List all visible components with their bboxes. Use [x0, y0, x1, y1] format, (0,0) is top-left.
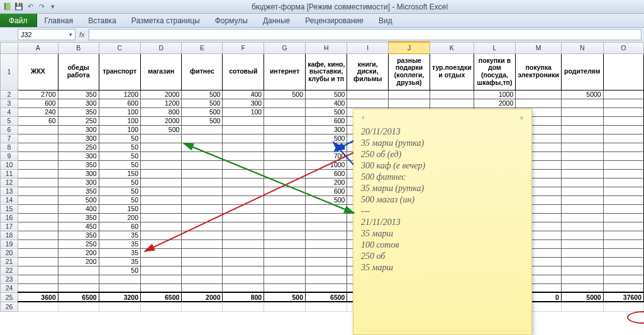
row-header-7[interactable]: 7 — [1, 134, 18, 143]
cell-D25[interactable]: 6500 — [141, 292, 182, 302]
cell-F7[interactable] — [223, 134, 264, 143]
cell-B12[interactable]: 300 — [58, 178, 99, 187]
cell-F8[interactable] — [223, 143, 264, 151]
col-header-L[interactable]: L — [474, 42, 516, 53]
cell-B26[interactable] — [58, 302, 99, 311]
row-header-19[interactable]: 19 — [1, 239, 18, 248]
tab-view[interactable]: Вид — [371, 14, 400, 27]
cell-F21[interactable] — [223, 257, 264, 266]
cell-E14[interactable] — [182, 195, 223, 204]
cell-O11[interactable] — [603, 169, 643, 178]
cell-O24[interactable] — [603, 283, 643, 292]
col-header-C[interactable]: C — [99, 42, 140, 53]
cell-N9[interactable] — [561, 151, 603, 160]
cell-N23[interactable] — [561, 275, 603, 283]
cell-A2[interactable]: 2700 — [18, 90, 58, 99]
cell-N2[interactable]: 5000 — [561, 90, 603, 99]
cell-H1[interactable]: кафе, кино, выставки, клубы и тп — [306, 53, 347, 90]
col-header-I[interactable]: I — [347, 42, 389, 53]
cell-G2[interactable]: 500 — [264, 90, 306, 99]
cell-B9[interactable]: 300 — [58, 151, 99, 160]
cell-E24[interactable] — [182, 283, 223, 292]
cell-E15[interactable] — [182, 204, 223, 213]
cell-E3[interactable]: 500 — [182, 99, 223, 107]
cell-O22[interactable] — [603, 266, 643, 275]
row-header-12[interactable]: 12 — [1, 178, 18, 187]
cell-C6[interactable]: 100 — [99, 125, 140, 134]
cell-F23[interactable] — [223, 275, 264, 283]
formula-input[interactable] — [89, 29, 641, 40]
cell-O14[interactable] — [603, 195, 643, 204]
cell-E6[interactable] — [182, 125, 223, 134]
cell-E9[interactable] — [182, 151, 223, 160]
cell-B4[interactable]: 350 — [58, 107, 99, 116]
cell-F25[interactable]: 800 — [223, 292, 264, 302]
cell-B23[interactable] — [58, 275, 99, 283]
cell-N1[interactable]: родителям — [561, 53, 603, 90]
cell-G6[interactable] — [264, 125, 306, 134]
cell-H19[interactable] — [306, 239, 347, 248]
cell-B25[interactable]: 6500 — [58, 292, 99, 302]
cell-F12[interactable] — [223, 178, 264, 187]
cell-D18[interactable] — [141, 231, 182, 239]
cell-D12[interactable] — [141, 178, 182, 187]
cell-G5[interactable] — [264, 116, 306, 125]
cell-C25[interactable]: 3200 — [99, 292, 140, 302]
cell-N21[interactable] — [561, 257, 603, 266]
cell-A14[interactable] — [18, 195, 58, 204]
cell-F20[interactable] — [223, 248, 264, 257]
cell-B5[interactable]: 250 — [58, 116, 99, 125]
col-header-F[interactable]: F — [223, 42, 264, 53]
cell-D2[interactable]: 2000 — [141, 90, 182, 99]
cell-N3[interactable] — [561, 99, 603, 107]
cell-O25[interactable]: 37600 — [603, 292, 643, 302]
cell-C4[interactable]: 100 — [99, 107, 140, 116]
cell-G18[interactable] — [264, 231, 306, 239]
col-header-H[interactable]: H — [306, 42, 347, 53]
row-header-15[interactable]: 15 — [1, 204, 18, 213]
cell-G19[interactable] — [264, 239, 306, 248]
cell-B24[interactable] — [58, 283, 99, 292]
cell-A7[interactable] — [18, 134, 58, 143]
cell-O26[interactable] — [603, 302, 643, 311]
col-header-K[interactable]: K — [430, 42, 474, 53]
cell-C15[interactable]: 150 — [99, 204, 140, 213]
cell-N20[interactable] — [561, 248, 603, 257]
save-icon[interactable]: 💾 — [14, 2, 24, 12]
cell-D7[interactable] — [141, 134, 182, 143]
cell-C24[interactable] — [99, 283, 140, 292]
cell-G26[interactable] — [264, 302, 306, 311]
cell-G17[interactable] — [264, 222, 306, 231]
cell-G24[interactable] — [264, 283, 306, 292]
cell-N8[interactable] — [561, 143, 603, 151]
cell-B20[interactable]: 200 — [58, 248, 99, 257]
row-header-2[interactable]: 2 — [1, 90, 18, 99]
cell-M1[interactable]: покупка электроники — [516, 53, 562, 90]
cell-N10[interactable] — [561, 160, 603, 169]
cell-H5[interactable]: 600 — [306, 116, 347, 125]
cell-C8[interactable]: 50 — [99, 143, 140, 151]
cell-D21[interactable] — [141, 257, 182, 266]
cell-B13[interactable]: 350 — [58, 187, 99, 195]
cell-J2[interactable] — [389, 90, 430, 99]
cell-E26[interactable] — [182, 302, 223, 311]
cell-A20[interactable] — [18, 248, 58, 257]
row-header-14[interactable]: 14 — [1, 195, 18, 204]
cell-G22[interactable] — [264, 266, 306, 275]
cell-G13[interactable] — [264, 187, 306, 195]
cell-F16[interactable] — [223, 213, 264, 222]
cell-C26[interactable] — [99, 302, 140, 311]
row-header-18[interactable]: 18 — [1, 231, 18, 239]
cell-J1[interactable]: разные подарки (коллеги, друзья) — [389, 53, 430, 90]
cell-D6[interactable]: 500 — [141, 125, 182, 134]
cell-O23[interactable] — [603, 275, 643, 283]
cell-D11[interactable] — [141, 169, 182, 178]
cell-G21[interactable] — [264, 257, 306, 266]
cell-E10[interactable] — [182, 160, 223, 169]
col-header-J[interactable]: J — [389, 42, 430, 53]
cell-O3[interactable] — [603, 99, 643, 107]
cell-C22[interactable]: 50 — [99, 266, 140, 275]
cell-N17[interactable] — [561, 222, 603, 231]
cell-G20[interactable] — [264, 248, 306, 257]
cell-B16[interactable]: 350 — [58, 213, 99, 222]
